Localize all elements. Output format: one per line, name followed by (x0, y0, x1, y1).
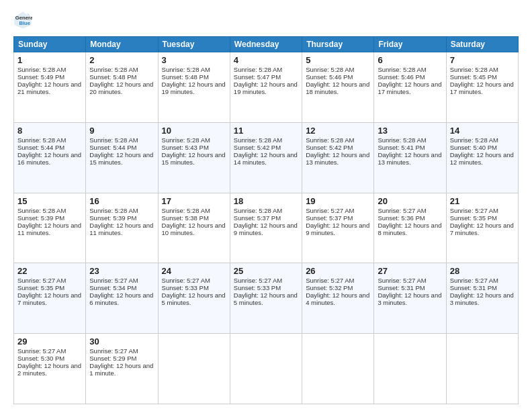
day-number: 25 (234, 266, 298, 276)
sunrise: Sunrise: 5:28 AM (306, 66, 354, 73)
day-cell: 17Sunrise: 5:28 AMSunset: 5:38 PMDayligh… (158, 193, 230, 263)
daylight: Daylight: 12 hours and 12 minutes. (450, 151, 514, 166)
day-cell: 13Sunrise: 5:28 AMSunset: 5:41 PMDayligh… (374, 122, 446, 193)
daylight: Daylight: 12 hours and 19 minutes. (162, 81, 226, 95)
day-number: 30 (89, 336, 154, 347)
day-cell: 22Sunrise: 5:27 AMSunset: 5:35 PMDayligh… (14, 263, 86, 334)
day-cell: 11Sunrise: 5:28 AMSunset: 5:42 PMDayligh… (230, 122, 302, 193)
day-cell: 10Sunrise: 5:28 AMSunset: 5:43 PMDayligh… (158, 122, 230, 193)
daylight: Daylight: 12 hours and 15 minutes. (162, 151, 226, 166)
sunset: Sunset: 5:46 PM (378, 73, 425, 81)
sunset: Sunset: 5:39 PM (89, 214, 136, 222)
day-cell: 1Sunrise: 5:28 AMSunset: 5:49 PMDaylight… (14, 52, 86, 123)
sunset: Sunset: 5:45 PM (450, 73, 497, 81)
day-cell: 18Sunrise: 5:28 AMSunset: 5:37 PMDayligh… (230, 193, 302, 263)
logo: General Blue (13, 11, 35, 30)
daylight: Daylight: 12 hours and 5 minutes. (162, 291, 226, 306)
day-number: 23 (89, 266, 154, 276)
daylight: Daylight: 12 hours and 9 minutes. (234, 222, 298, 236)
day-header-friday: Friday (374, 37, 446, 52)
sunset: Sunset: 5:42 PM (234, 144, 281, 151)
sunrise: Sunrise: 5:28 AM (234, 136, 282, 144)
week-row-3: 15Sunrise: 5:28 AMSunset: 5:39 PMDayligh… (14, 193, 519, 263)
day-cell (302, 334, 374, 404)
sunset: Sunset: 5:43 PM (162, 144, 209, 151)
sunrise: Sunrise: 5:28 AM (89, 207, 138, 214)
sunset: Sunset: 5:34 PM (89, 284, 136, 291)
day-header-sunday: Sunday (14, 37, 86, 52)
sunrise: Sunrise: 5:28 AM (162, 136, 210, 144)
sunrise: Sunrise: 5:27 AM (17, 277, 66, 284)
sunset: Sunset: 5:36 PM (378, 214, 425, 222)
daylight: Daylight: 12 hours and 7 minutes. (450, 222, 514, 236)
sunset: Sunset: 5:41 PM (378, 144, 425, 151)
day-number: 28 (450, 266, 515, 276)
day-cell (158, 334, 230, 404)
sunrise: Sunrise: 5:28 AM (234, 207, 282, 214)
day-number: 18 (234, 196, 298, 206)
day-cell: 14Sunrise: 5:28 AMSunset: 5:40 PMDayligh… (446, 122, 518, 193)
day-number: 29 (17, 336, 82, 347)
page: General Blue SundayMondayTuesdayWednesda… (0, 0, 532, 411)
day-cell: 5Sunrise: 5:28 AMSunset: 5:46 PMDaylight… (302, 52, 374, 123)
daylight: Daylight: 12 hours and 20 minutes. (89, 81, 153, 95)
sunrise: Sunrise: 5:27 AM (234, 277, 282, 284)
day-number: 12 (306, 126, 370, 136)
day-number: 16 (89, 196, 154, 206)
sunrise: Sunrise: 5:27 AM (378, 277, 426, 284)
day-cell: 16Sunrise: 5:28 AMSunset: 5:39 PMDayligh… (86, 193, 158, 263)
sunrise: Sunrise: 5:28 AM (450, 136, 498, 144)
day-number: 17 (162, 196, 226, 206)
sunrise: Sunrise: 5:27 AM (306, 277, 354, 284)
sunset: Sunset: 5:46 PM (306, 73, 353, 81)
week-row-5: 29Sunrise: 5:27 AMSunset: 5:30 PMDayligh… (14, 334, 519, 404)
sunrise: Sunrise: 5:28 AM (450, 66, 498, 73)
day-cell: 6Sunrise: 5:28 AMSunset: 5:46 PMDaylight… (374, 52, 446, 123)
day-cell: 7Sunrise: 5:28 AMSunset: 5:45 PMDaylight… (446, 52, 518, 123)
day-number: 22 (17, 266, 82, 276)
day-cell: 8Sunrise: 5:28 AMSunset: 5:44 PMDaylight… (14, 122, 86, 193)
daylight: Daylight: 12 hours and 7 minutes. (17, 291, 81, 306)
daylight: Daylight: 12 hours and 16 minutes. (17, 151, 81, 166)
day-cell (374, 334, 446, 404)
sunset: Sunset: 5:33 PM (162, 284, 209, 291)
day-cell: 2Sunrise: 5:28 AMSunset: 5:48 PMDaylight… (86, 52, 158, 123)
sunrise: Sunrise: 5:27 AM (89, 277, 138, 284)
day-cell: 23Sunrise: 5:27 AMSunset: 5:34 PMDayligh… (86, 263, 158, 334)
day-cell: 15Sunrise: 5:28 AMSunset: 5:39 PMDayligh… (14, 193, 86, 263)
sunset: Sunset: 5:31 PM (378, 284, 425, 291)
sunset: Sunset: 5:37 PM (234, 214, 281, 222)
calendar-table: SundayMondayTuesdayWednesdayThursdayFrid… (13, 36, 519, 404)
daylight: Daylight: 12 hours and 2 minutes. (17, 362, 81, 377)
sunset: Sunset: 5:29 PM (89, 355, 136, 362)
day-cell: 27Sunrise: 5:27 AMSunset: 5:31 PMDayligh… (374, 263, 446, 334)
logo-icon: General Blue (13, 11, 32, 30)
daylight: Daylight: 12 hours and 19 minutes. (234, 81, 298, 95)
day-cell: 24Sunrise: 5:27 AMSunset: 5:33 PMDayligh… (158, 263, 230, 334)
daylight: Daylight: 12 hours and 14 minutes. (234, 151, 298, 166)
day-header-wednesday: Wednesday (230, 37, 302, 52)
day-number: 11 (234, 126, 298, 136)
day-cell: 20Sunrise: 5:27 AMSunset: 5:36 PMDayligh… (374, 193, 446, 263)
week-row-2: 8Sunrise: 5:28 AMSunset: 5:44 PMDaylight… (14, 122, 519, 193)
sunrise: Sunrise: 5:27 AM (17, 347, 66, 355)
day-cell: 26Sunrise: 5:27 AMSunset: 5:32 PMDayligh… (302, 263, 374, 334)
sunset: Sunset: 5:30 PM (17, 355, 64, 362)
day-number: 6 (378, 55, 442, 65)
sunrise: Sunrise: 5:28 AM (89, 66, 138, 73)
sunrise: Sunrise: 5:28 AM (89, 136, 138, 144)
sunset: Sunset: 5:44 PM (89, 144, 136, 151)
sunrise: Sunrise: 5:28 AM (306, 136, 354, 144)
svg-text:General: General (15, 15, 32, 21)
sunset: Sunset: 5:39 PM (17, 214, 64, 222)
day-number: 15 (17, 196, 82, 206)
day-cell: 9Sunrise: 5:28 AMSunset: 5:44 PMDaylight… (86, 122, 158, 193)
day-number: 1 (17, 55, 82, 65)
day-number: 20 (378, 196, 442, 206)
sunrise: Sunrise: 5:28 AM (162, 66, 210, 73)
sunrise: Sunrise: 5:28 AM (17, 207, 66, 214)
daylight: Daylight: 12 hours and 18 minutes. (306, 81, 369, 95)
daylight: Daylight: 12 hours and 11 minutes. (89, 222, 153, 236)
day-cell: 21Sunrise: 5:27 AMSunset: 5:35 PMDayligh… (446, 193, 518, 263)
day-number: 26 (306, 266, 370, 276)
